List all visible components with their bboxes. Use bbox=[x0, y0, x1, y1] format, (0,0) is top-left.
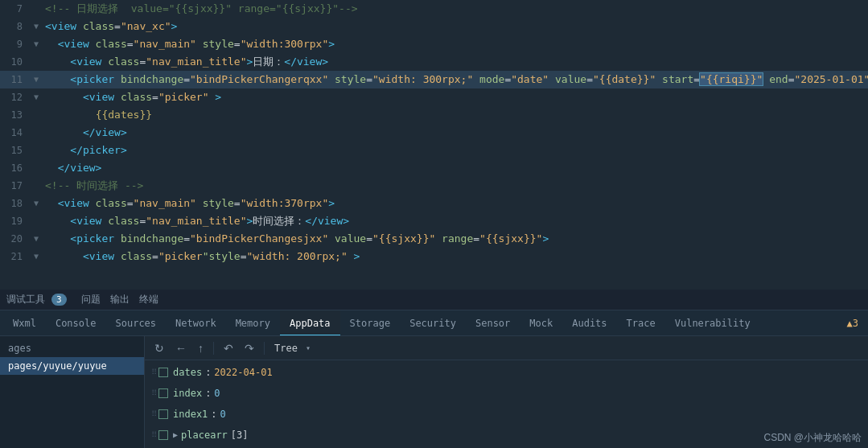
collapse-arrow[interactable]: ▼ bbox=[31, 230, 42, 248]
tab-problems[interactable]: 问题 bbox=[76, 293, 105, 306]
line-number: 17 bbox=[0, 177, 31, 195]
data-rows: ⠿dates : 2022-04-01⠿index : 0⠿index1 : 0… bbox=[145, 360, 868, 448]
drag-handle: ⠿ bbox=[151, 385, 155, 401]
line-number: 13 bbox=[0, 106, 31, 124]
collapse-arrow[interactable]: ▼ bbox=[31, 18, 42, 35]
line-number: 12 bbox=[0, 88, 31, 106]
collapse-arrow[interactable]: ▼ bbox=[31, 35, 42, 53]
code-line: 17<!-- 时间选择 --> bbox=[0, 177, 868, 195]
line-content: <view class="nav_mian_title">时间选择：</view… bbox=[42, 212, 868, 230]
sidebar-title: ages bbox=[0, 339, 144, 357]
tree-label: Tree bbox=[271, 341, 301, 356]
tab-memory[interactable]: Memory bbox=[226, 310, 280, 336]
drag-handle: ⠿ bbox=[151, 427, 155, 443]
line-content: <view class="nav_xc"> bbox=[42, 18, 868, 35]
toolbar-divider-2 bbox=[264, 342, 265, 355]
tab-output[interactable]: 输出 bbox=[105, 293, 134, 306]
code-line: 11▼ <picker bindchange="bindPickerChange… bbox=[0, 71, 868, 88]
data-row[interactable]: ⠿dates : 2022-04-01 bbox=[145, 362, 868, 383]
line-content: <picker bindchange="bindPickerChangerqxx… bbox=[42, 71, 868, 88]
code-line: 8▼<view class="nav_xc"> bbox=[0, 18, 868, 35]
tab-audits[interactable]: Audits bbox=[562, 310, 616, 336]
tab-sources[interactable]: Sources bbox=[105, 310, 166, 336]
code-line: 19 <view class="nav_mian_title">时间选择：</v… bbox=[0, 212, 868, 230]
line-number: 15 bbox=[0, 142, 31, 159]
watermark: CSDN @小神龙哈哈哈 bbox=[763, 431, 862, 445]
line-content: <view class="nav_main" style="width:300r… bbox=[42, 35, 868, 53]
tab-appdata[interactable]: AppData bbox=[280, 310, 340, 336]
line-content: <picker bindchange="bindPickerChangesjxx… bbox=[42, 230, 868, 248]
row-value: 0 bbox=[220, 406, 226, 422]
line-content: <!-- 时间选择 --> bbox=[42, 177, 868, 195]
data-row[interactable]: ⠿▶placearr [3] bbox=[145, 425, 868, 446]
code-line: 16 </view> bbox=[0, 159, 868, 177]
drag-handle: ⠿ bbox=[151, 406, 155, 422]
tab-security[interactable]: Security bbox=[400, 310, 466, 336]
row-type-icon bbox=[158, 430, 168, 440]
line-number: 14 bbox=[0, 124, 31, 142]
line-number: 9 bbox=[0, 35, 31, 53]
redo-button[interactable]: ↷ bbox=[241, 340, 257, 356]
code-line: 9▼ <view class="nav_main" style="width:3… bbox=[0, 35, 868, 53]
tab-wxml[interactable]: Wxml bbox=[3, 310, 46, 336]
line-content: <view class="nav_mian_title">日期：</view> bbox=[42, 53, 868, 71]
warning-badge: ▲3 bbox=[841, 318, 865, 329]
line-content: {{dates}} bbox=[42, 106, 868, 124]
next-button[interactable]: ↑ bbox=[195, 340, 207, 356]
row-key: dates bbox=[173, 364, 202, 380]
code-line: 18▼ <view class="nav_main" style="width:… bbox=[0, 195, 868, 212]
code-line: 7<!-- 日期选择 value="{{sjxx}}" range="{{sjx… bbox=[0, 0, 868, 18]
line-content: <view class="picker"style="width: 200rpx… bbox=[42, 248, 868, 265]
row-value: [3] bbox=[231, 427, 249, 443]
line-number: 20 bbox=[0, 230, 31, 248]
row-type-icon bbox=[158, 368, 168, 377]
collapse-arrow[interactable]: ▼ bbox=[31, 248, 42, 265]
line-number: 21 bbox=[0, 248, 31, 265]
code-line: 15 </picker> bbox=[0, 142, 868, 159]
tab-mock[interactable]: Mock bbox=[520, 310, 562, 336]
tab-vulnerability[interactable]: Vulnerability bbox=[665, 310, 760, 336]
devtools-label: 调试工具 bbox=[6, 293, 45, 306]
undo-button[interactable]: ↶ bbox=[220, 340, 237, 356]
code-line: 14 </view> bbox=[0, 124, 868, 142]
tab-terminal[interactable]: 终端 bbox=[134, 293, 163, 306]
code-line: 10 <view class="nav_mian_title">日期：</vie… bbox=[0, 53, 868, 71]
row-key: placearr bbox=[181, 427, 228, 443]
expand-icon[interactable]: ▶ bbox=[173, 427, 178, 443]
row-key: index1 bbox=[173, 406, 208, 422]
prev-button[interactable]: ← bbox=[172, 340, 190, 356]
code-line: 13 {{dates}} bbox=[0, 106, 868, 124]
tab-sensor[interactable]: Sensor bbox=[466, 310, 520, 336]
row-colon: : bbox=[205, 385, 211, 401]
panel-toolbar: ↻ ← ↑ ↶ ↷ Tree ▾ bbox=[145, 336, 868, 360]
panel-sidebar: ages pages/yuyue/yuyue bbox=[0, 336, 145, 448]
tree-arrow[interactable]: ▾ bbox=[306, 343, 311, 352]
toolbar-divider bbox=[213, 342, 214, 355]
data-row[interactable]: ⠿index1 : 0 bbox=[145, 404, 868, 425]
code-editor: 7<!-- 日期选择 value="{{sjxx}}" range="{{sjx… bbox=[0, 0, 868, 290]
row-value: 0 bbox=[214, 385, 220, 401]
line-number: 18 bbox=[0, 195, 31, 212]
row-colon: : bbox=[205, 364, 211, 380]
collapse-arrow[interactable]: ▼ bbox=[31, 195, 42, 212]
line-content: </picker> bbox=[42, 142, 868, 159]
collapse-arrow[interactable]: ▼ bbox=[31, 88, 42, 106]
refresh-button[interactable]: ↻ bbox=[151, 340, 167, 356]
line-content: <!-- 日期选择 value="{{sjxx}}" range="{{sjxx… bbox=[42, 0, 868, 18]
tab-network[interactable]: Network bbox=[166, 310, 226, 336]
row-colon: : bbox=[211, 406, 216, 422]
line-content: <view class="nav_main" style="width:370r… bbox=[42, 195, 868, 212]
data-row[interactable]: ⠿index : 0 bbox=[145, 383, 868, 404]
code-line: 20▼ <picker bindchange="bindPickerChange… bbox=[0, 230, 868, 248]
line-number: 11 bbox=[0, 71, 31, 88]
collapse-arrow[interactable]: ▼ bbox=[31, 71, 42, 88]
tab-trace[interactable]: Trace bbox=[617, 310, 665, 336]
sidebar-item-yuyue[interactable]: pages/yuyue/yuyue bbox=[0, 357, 144, 375]
line-number: 16 bbox=[0, 159, 31, 177]
tab-console[interactable]: Console bbox=[46, 310, 106, 336]
row-type-icon bbox=[158, 388, 168, 398]
line-content: </view> bbox=[42, 159, 868, 177]
tab-storage[interactable]: Storage bbox=[340, 310, 401, 336]
row-key: index bbox=[173, 385, 202, 401]
line-content: <view class="picker" > bbox=[42, 88, 868, 106]
